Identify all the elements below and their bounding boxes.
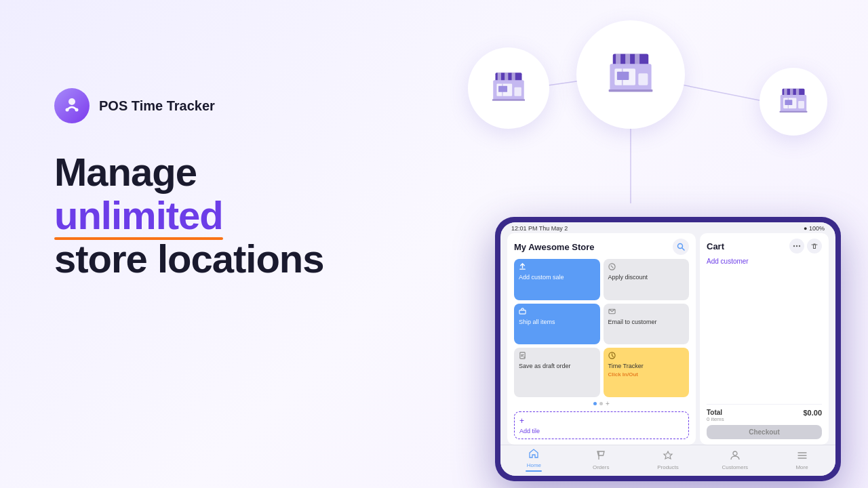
logo-icon [54,88,90,123]
svg-line-39 [610,266,613,268]
svg-rect-15 [609,89,653,92]
checkout-button[interactable]: Checkout [707,425,822,439]
svg-rect-34 [785,100,792,105]
ipad-outer: 12:01 PM Thu May 2 ● 100% My Awesome Sto… [495,217,841,481]
store-bubble-medium [468,47,549,129]
ship-icon [519,308,595,317]
ipad-container: 12:01 PM Thu May 2 ● 100% My Awesome Sto… [495,217,841,481]
tile-add-tile[interactable]: + Add tile [514,411,689,439]
headline-line3: store locations [54,237,359,281]
tile-email-customer[interactable]: Email to customer [604,304,690,345]
tile-ship-all-items-label: Ship all items [519,319,595,325]
tile-time-tracker-sublabel: Click In/Out [608,371,685,378]
svg-point-0 [68,98,75,105]
svg-point-1 [66,108,69,112]
cart-footer: Total 0 items $0.00 Checkout [707,404,822,439]
nav-label-orders: Orders [593,464,609,470]
customers-icon [730,450,741,463]
headline-line1: Manage [54,150,359,194]
logo-text: POS Time Tracker [99,98,215,114]
tile-add-custom-sale-label: Add custom sale [519,274,595,281]
svg-rect-23 [514,87,521,96]
dot-2 [599,402,603,405]
store-title-row: My Awesome Store [514,239,689,255]
cart-actions [789,239,822,253]
svg-rect-14 [617,72,629,80]
nav-item-more[interactable]: More [778,450,826,470]
dot-1 [593,402,597,405]
cart-header-row: Cart [707,239,822,253]
nav-item-products[interactable]: Products [644,450,692,470]
discount-icon [608,263,685,272]
svg-line-37 [682,248,684,250]
clock-icon [608,352,685,361]
cart-panel: Cart Add customer [700,233,829,445]
nav-item-customers[interactable]: Customers [711,450,759,470]
svg-rect-40 [519,310,526,314]
store-panel: My Awesome Store [507,233,696,445]
tile-email-customer-label: Email to customer [608,319,685,325]
store-bubble-small [760,68,827,136]
tiles-grid: Add custom sale Apply discount [514,259,689,397]
svg-point-2 [75,108,79,112]
orders-icon [595,450,606,463]
draft-icon [519,352,595,361]
status-battery: ● 100% [804,225,825,232]
tile-time-tracker[interactable]: Time Tracker Click In/Out [604,348,690,397]
products-icon [663,450,673,463]
cart-trash-button[interactable] [807,239,822,253]
search-button[interactable] [673,239,689,255]
more-icon [797,450,808,463]
headline-highlight: unlimited [54,193,223,237]
cart-more-button[interactable] [789,239,804,253]
nav-active-indicator [526,470,542,472]
nav-item-orders[interactable]: Orders [577,450,625,470]
tile-apply-discount-label: Apply discount [608,274,685,281]
svg-rect-13 [638,73,648,85]
bottom-nav: Home Orders Products [500,445,835,476]
total-row: Total 0 items $0.00 [707,409,822,422]
cart-title: Cart [707,241,724,251]
tile-time-tracker-label: Time Tracker [608,363,685,369]
logo-area: POS Time Tracker [54,88,359,123]
svg-rect-24 [498,86,507,92]
svg-point-45 [796,245,797,247]
email-icon [608,308,685,317]
svg-point-47 [733,451,737,455]
total-amount: $0.00 [803,409,822,417]
tile-ship-all-items[interactable]: Ship all items [514,304,600,345]
plus-icon: + [519,416,684,426]
upload-icon [519,263,595,272]
add-customer-link[interactable]: Add customer [707,258,822,265]
store-bubble-large [576,20,685,129]
ipad-screen: 12:01 PM Thu May 2 ● 100% My Awesome Sto… [500,222,835,476]
svg-rect-33 [798,101,804,108]
store-title: My Awesome Store [514,242,595,252]
left-section: POS Time Tracker Manage unlimited store … [54,88,359,280]
dot-plus: + [606,400,610,407]
tile-save-draft-label: Save as draft order [519,363,595,369]
svg-point-44 [793,245,795,247]
add-tile-label: Add tile [519,428,684,434]
tile-apply-discount[interactable]: Apply discount [604,259,690,300]
headline: Manage unlimited store locations [54,150,359,280]
svg-rect-35 [780,111,808,113]
tile-add-custom-sale[interactable]: Add custom sale [514,259,600,300]
status-time: 12:01 PM Thu May 2 [511,225,568,232]
svg-point-46 [799,245,800,247]
items-count: 0 items [707,416,724,422]
dots-row: + [514,397,689,410]
tile-save-draft[interactable]: Save as draft order [514,348,600,397]
app-content: My Awesome Store [500,233,835,445]
nav-label-products: Products [657,464,679,470]
svg-rect-25 [492,99,525,101]
status-bar: 12:01 PM Thu May 2 ● 100% [500,222,835,233]
svg-point-36 [678,244,683,249]
nav-label-home: Home [527,462,541,468]
home-icon [528,448,539,461]
nav-label-more: More [795,464,808,470]
nav-item-home[interactable]: Home [510,448,557,472]
store-icons-area [454,14,834,203]
nav-label-customers: Customers [722,464,748,470]
total-label: Total [707,409,724,416]
